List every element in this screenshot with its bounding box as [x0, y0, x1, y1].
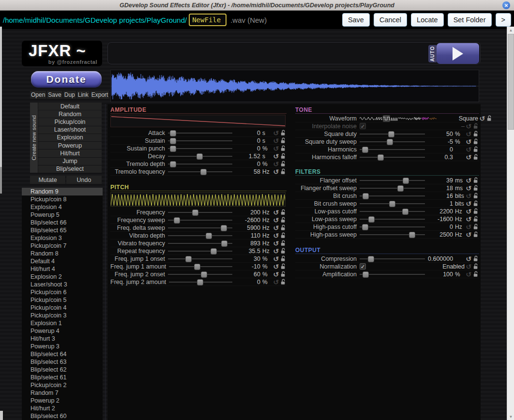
slider[interactable] — [360, 146, 425, 153]
slider[interactable] — [168, 216, 232, 224]
preset-powerup[interactable]: Powerup — [38, 142, 102, 149]
lock-icon[interactable] — [280, 130, 287, 136]
slider[interactable] — [168, 232, 232, 239]
slider-thumb[interactable] — [192, 210, 198, 216]
lock-icon[interactable] — [280, 168, 287, 175]
slider-thumb[interactable] — [211, 248, 217, 255]
slider[interactable] — [168, 129, 232, 136]
reset-icon[interactable]: ↺ — [478, 115, 486, 122]
waveform-option-whistle-icon[interactable] — [398, 115, 406, 122]
reset-icon[interactable]: ↺ — [465, 263, 472, 270]
lock-icon[interactable] — [280, 271, 287, 277]
slider-thumb[interactable] — [170, 138, 176, 144]
toolbar-button-set-folder[interactable]: Set Folder — [448, 13, 492, 27]
slider-thumb[interactable] — [378, 154, 384, 161]
lock-icon[interactable] — [472, 193, 479, 199]
waveform-option-pinknoise-icon[interactable] — [422, 115, 429, 122]
file-action-link[interactable]: Link — [77, 91, 90, 99]
reset-icon[interactable]: ↺ — [272, 232, 280, 239]
lock-icon[interactable] — [472, 185, 479, 191]
reset-icon[interactable]: ↺ — [272, 248, 280, 255]
reset-icon[interactable]: ↺ — [272, 130, 280, 136]
slider[interactable] — [168, 145, 232, 152]
slider[interactable] — [168, 255, 232, 262]
slider-thumb[interactable] — [170, 146, 176, 152]
lock-icon[interactable] — [280, 217, 287, 223]
waveform-option-square-icon[interactable] — [383, 115, 390, 122]
lock-icon[interactable] — [280, 137, 287, 144]
list-item[interactable]: Powerup 4 — [22, 327, 103, 335]
lock-icon[interactable] — [472, 224, 479, 230]
toolbar-button-[interactable]: > — [496, 13, 511, 27]
lock-icon[interactable] — [472, 146, 479, 152]
reset-icon[interactable]: ↺ — [465, 224, 472, 230]
close-icon[interactable]: ✕ — [502, 1, 510, 9]
file-action-export[interactable]: Export — [91, 91, 109, 99]
reset-icon[interactable]: ↺ — [272, 263, 280, 270]
waveform-display[interactable] — [110, 70, 479, 102]
slider-thumb[interactable] — [197, 153, 203, 160]
slider[interactable] — [168, 168, 232, 175]
reset-icon[interactable]: ↺ — [465, 200, 472, 207]
checkbox[interactable]: ✓ — [360, 123, 366, 129]
slider[interactable] — [360, 231, 425, 238]
lock-icon[interactable] — [280, 209, 287, 215]
scroll-down-icon[interactable]: ▼ — [507, 413, 514, 420]
reset-icon[interactable]: ↺ — [272, 137, 280, 144]
reset-icon[interactable]: ↺ — [272, 209, 280, 216]
file-action-dup[interactable]: Dup — [63, 91, 76, 99]
reset-icon[interactable]: ↺ — [465, 193, 472, 199]
slider[interactable] — [169, 278, 232, 285]
list-item[interactable]: Pickup/coin 4 — [22, 304, 103, 312]
slider-thumb[interactable] — [402, 209, 408, 215]
lock-icon[interactable] — [472, 216, 479, 222]
preset-explosion[interactable]: Explosion — [38, 134, 102, 141]
reset-icon[interactable]: ↺ — [465, 231, 472, 238]
slider-thumb[interactable] — [409, 232, 415, 238]
left-scroll-strip-bottom[interactable] — [0, 411, 3, 420]
slider-thumb[interactable] — [362, 147, 368, 153]
reset-icon[interactable]: ↺ — [465, 271, 472, 278]
reset-icon[interactable]: ↺ — [465, 131, 472, 137]
slider[interactable] — [168, 209, 232, 216]
slider-thumb[interactable] — [388, 131, 394, 137]
vertical-scrollbar[interactable]: ▲ ▼ — [507, 27, 514, 420]
list-item[interactable]: Explosion 1 — [22, 319, 103, 327]
reset-icon[interactable]: ↺ — [465, 216, 472, 223]
slider[interactable] — [360, 255, 425, 262]
slider[interactable] — [168, 240, 232, 247]
reset-icon[interactable]: ↺ — [272, 168, 280, 175]
reset-icon[interactable]: ↺ — [465, 255, 472, 262]
waveform-option-brownnoise-icon[interactable] — [429, 115, 437, 122]
toolbar-button-cancel[interactable]: Cancel — [374, 13, 407, 27]
slider[interactable] — [169, 263, 232, 270]
slider-thumb[interactable] — [201, 271, 207, 278]
preset-laser-shoot[interactable]: Laser/shoot — [38, 126, 102, 134]
list-item[interactable]: Blip/select 60 — [22, 412, 103, 420]
lock-icon[interactable] — [472, 177, 479, 183]
slider[interactable] — [360, 130, 425, 137]
checkbox[interactable]: ✓ — [360, 263, 366, 270]
slider-thumb[interactable] — [397, 185, 404, 192]
lock-icon[interactable] — [472, 200, 479, 207]
slider[interactable] — [360, 223, 425, 230]
list-item[interactable]: Pickup/coin 8 — [22, 195, 103, 203]
play-button[interactable] — [437, 43, 479, 64]
reset-icon[interactable]: ↺ — [465, 138, 472, 145]
lock-icon[interactable] — [280, 240, 287, 246]
slider-thumb[interactable] — [200, 169, 207, 175]
slider-thumb[interactable] — [363, 271, 369, 278]
list-item[interactable]: Random 9 — [22, 188, 103, 195]
reset-icon[interactable]: ↺ — [465, 154, 472, 161]
list-item[interactable]: Random 7 — [22, 389, 103, 397]
slider[interactable] — [168, 224, 232, 231]
autoplay-toggle[interactable]: AUTO — [428, 45, 437, 62]
slider-thumb[interactable] — [174, 217, 180, 224]
slider-thumb[interactable] — [387, 139, 393, 145]
lock-icon[interactable] — [280, 263, 287, 270]
slider[interactable] — [360, 215, 425, 223]
slider[interactable] — [360, 270, 425, 278]
slider-thumb[interactable] — [170, 130, 176, 136]
list-item[interactable]: Powerup 2 — [22, 397, 103, 405]
scroll-up-icon[interactable]: ▲ — [507, 27, 514, 33]
